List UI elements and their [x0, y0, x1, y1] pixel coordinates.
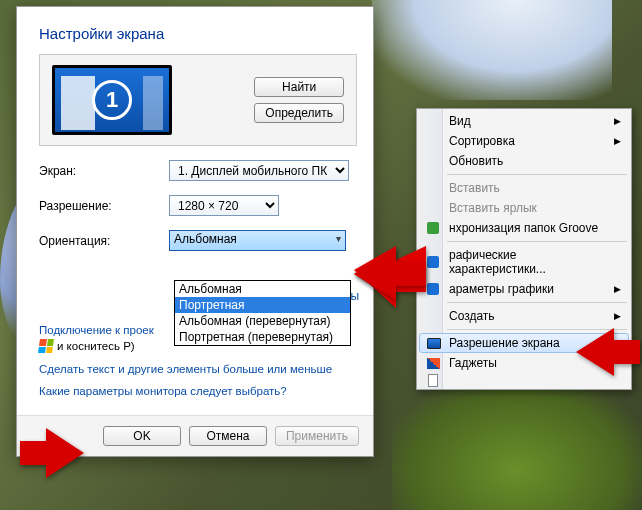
submenu-arrow-icon: ▶: [614, 116, 621, 126]
monitor-settings-link[interactable]: Какие параметры монитора следует выбрать…: [39, 385, 357, 397]
orientation-select[interactable]: Альбомная: [169, 230, 346, 251]
submenu-arrow-icon: ▶: [614, 136, 621, 146]
ctx-graphics-properties[interactable]: рафические характеристики...: [419, 245, 629, 279]
orientation-option[interactable]: Портретная (перевернутая): [175, 329, 350, 345]
graphics-icon: [427, 256, 439, 268]
monitor-number: 1: [92, 80, 132, 120]
gadget-icon: [427, 358, 440, 369]
groove-icon: [427, 222, 439, 234]
screen-settings-dialog: Настройки экрана 1 Найти Определить Экра…: [16, 6, 374, 457]
ctx-graphics-params[interactable]: араметры графики▶: [419, 279, 629, 299]
ctx-paste: Вставить: [419, 178, 629, 198]
ctx-refresh[interactable]: Обновить: [419, 151, 629, 171]
personalize-icon: [428, 374, 438, 387]
find-button[interactable]: Найти: [254, 77, 344, 97]
ctx-create[interactable]: Создать▶: [419, 306, 629, 326]
display-preview-box: 1 Найти Определить: [39, 54, 357, 146]
apply-button[interactable]: Применить: [275, 426, 359, 446]
ok-button[interactable]: OK: [103, 426, 181, 446]
orientation-dropdown-list[interactable]: Альбомная Портретная Альбомная (переверн…: [174, 280, 351, 346]
projector-link[interactable]: Подключение к проек: [39, 324, 154, 336]
red-arrow-annotation: [20, 426, 84, 480]
red-arrow-annotation: [576, 326, 640, 378]
ctx-groove-sync[interactable]: нхронизация папок Groove: [419, 218, 629, 238]
text-size-link[interactable]: Сделать текст и другие элементы больше и…: [39, 363, 357, 375]
dialog-title: Настройки экрана: [39, 25, 357, 42]
orientation-label: Ориентация:: [39, 234, 169, 248]
windows-flag-icon: [38, 339, 54, 353]
resolution-select[interactable]: 1280 × 720: [169, 195, 279, 216]
ctx-sort[interactable]: Сортировка▶: [419, 131, 629, 151]
orientation-option[interactable]: Альбомная (перевернутая): [175, 313, 350, 329]
detect-button[interactable]: Определить: [254, 103, 344, 123]
submenu-arrow-icon: ▶: [614, 311, 621, 321]
separator: [447, 241, 627, 242]
red-arrow-annotation: [354, 246, 426, 304]
submenu-arrow-icon: ▶: [614, 284, 621, 294]
cancel-button[interactable]: Отмена: [189, 426, 267, 446]
ctx-view[interactable]: Вид▶: [419, 111, 629, 131]
svg-marker-4: [20, 428, 84, 478]
orientation-option[interactable]: Альбомная: [175, 281, 350, 297]
resolution-label: Разрешение:: [39, 199, 169, 213]
orientation-option[interactable]: Портретная: [175, 297, 350, 313]
projector-note: и коснитесь P): [57, 340, 135, 352]
screen-select[interactable]: 1. Дисплей мобильного ПК: [169, 160, 349, 181]
ctx-paste-shortcut: Вставить ярлык: [419, 198, 629, 218]
graphics-icon: [427, 283, 439, 295]
separator: [447, 302, 627, 303]
monitor-thumbnail[interactable]: 1: [52, 65, 172, 135]
monitor-icon: [427, 338, 441, 349]
screen-label: Экран:: [39, 164, 169, 178]
separator: [447, 174, 627, 175]
svg-marker-2: [354, 248, 426, 300]
svg-marker-3: [576, 328, 640, 376]
